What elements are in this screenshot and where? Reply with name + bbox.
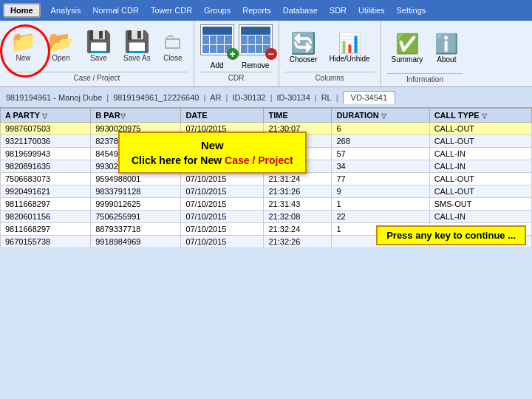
table-row[interactable]: 9811668297999901262507/10/201521:31:431S… [1,198,532,211]
menu-settings[interactable]: Settings [391,3,432,18]
table-cell: CALL-OUT [429,123,531,135]
col-duration[interactable]: DURATION ▽ [332,109,429,123]
menu-normal-cdr[interactable]: Normal CDR [87,3,145,18]
save-button[interactable]: 💾 Save [81,29,116,65]
table-cell: 9820601156 [1,211,91,223]
table-cell: 9987607503 [1,123,91,135]
menu-reports[interactable]: Reports [236,3,277,18]
menu-tower-cdr[interactable]: Tower CDR [145,3,198,18]
chooser-button[interactable]: 🔄 Chooser [285,28,322,66]
remove-cdr-button[interactable]: − Remove [239,24,273,69]
cdr-group-label: CDR [200,72,273,83]
menu-home[interactable]: Home [3,3,41,18]
table-cell: 9 [332,185,429,198]
hide-label: Hide/Unhide [330,55,370,63]
table-header-row: A PARTY ▽ B PAR▽ DATE TIME DURATION ▽ CA… [1,109,532,123]
table-row[interactable]: 9820601156750625599107/10/201521:32:0822… [1,211,532,223]
table-cell: 07/10/2015 [181,236,264,248]
breadcrumb-4: ID-30134 [277,93,310,102]
table-cell: 9594988001 [91,173,181,185]
table-cell: 9999012625 [91,198,181,211]
save-button-label: Save [90,54,107,62]
table-cell: 9820891635 [1,160,91,173]
data-table-container: New Click here for New Case / Project A … [0,108,532,248]
table-cell: 77 [332,173,429,185]
case-project-group-label: Case / Project [6,72,188,83]
new-button[interactable]: 📁 New [6,29,41,65]
summary-button[interactable]: ✅ Summary [387,30,428,66]
tooltip-body: Click here for New Case / Project [132,154,293,166]
table-cell: 21:32:26 [264,236,332,248]
table-cell: 57 [332,148,429,160]
add-button-label: Add [211,61,224,69]
table-cell: 9833791128 [91,185,181,198]
table-cell: 268 [332,135,429,148]
tooltip-body-highlight: Case / Project [225,154,293,166]
breadcrumb-tab-vd[interactable]: VD-34541 [343,91,396,104]
ribbon-group-case-project: 📁 New 📂 Open 💾 Save 💾 Save As 🗀 Close Ca [0,21,194,86]
table-row[interactable]: 9920491621983379112807/10/201521:31:269C… [1,185,532,198]
save-as-button-label: Save As [123,54,151,62]
col-time[interactable]: TIME [264,109,332,123]
columns-group-label: Columns [285,72,375,83]
summary-label: Summary [392,55,423,64]
remove-button-label: Remove [242,61,269,69]
table-cell: 07/10/2015 [181,211,264,223]
duration-filter-icon[interactable]: ▽ [381,112,386,120]
breadcrumb-bar: 9819194961 - Manoj Dube | 9819194961_122… [0,87,532,108]
breadcrumb-3: ID-30132 [232,93,265,102]
col-date[interactable]: DATE [181,109,264,123]
add-cdr-button[interactable]: + Add [200,24,234,69]
breadcrumb-5: RL [321,93,332,102]
about-label: About [437,55,456,64]
menu-groups[interactable]: Groups [198,3,236,18]
tooltip-title: New [132,139,293,151]
a-party-filter-icon[interactable]: ▽ [42,112,47,120]
table-cell: 1 [332,198,429,211]
ribbon-group-cdr: + Add − Remove CDR [194,21,279,86]
hide-icon: 📊 [338,32,361,55]
table-cell: CALL-IN [429,148,531,160]
col-b-party[interactable]: B PAR▽ [91,109,181,123]
close-button-label: Close [163,54,183,62]
table-cell: 22 [332,211,429,223]
new-folder-icon: 📁 [10,32,36,52]
table-cell: 8879337718 [91,223,181,236]
chooser-label: Chooser [290,55,318,64]
table-cell: CALL-IN [429,211,531,223]
open-button-label: Open [52,54,69,62]
call-type-filter-icon[interactable]: ▽ [482,112,487,120]
ribbon: 📁 New 📂 Open 💾 Save 💾 Save As 🗀 Close Ca [0,21,532,87]
save-icon: 💾 [86,32,112,52]
col-a-party[interactable]: A PARTY ▽ [1,109,91,123]
table-cell: 07/10/2015 [181,173,264,185]
tooltip-body-prefix: Click here for New [132,154,225,166]
menu-utilities[interactable]: Utilities [352,3,390,18]
hide-unhide-button[interactable]: 📊 Hide/Unhide [325,29,375,66]
table-cell: 9819699943 [1,148,91,160]
table-cell: 21:31:43 [264,198,332,211]
save-as-button[interactable]: 💾 Save As [119,29,155,65]
table-cell: 07/10/2015 [181,223,264,236]
table-cell: 21:31:24 [264,173,332,185]
information-group-label: Information [387,73,463,83]
table-cell: SMS-OUT [429,198,531,211]
chooser-icon: 🔄 [290,31,316,55]
menu-analysis[interactable]: Analysis [45,3,87,18]
table-cell: 21:32:24 [264,223,332,236]
b-party-filter-icon[interactable]: ▽ [120,112,126,120]
close-button[interactable]: 🗀 Close [158,29,188,65]
menu-sdr[interactable]: SDR [324,3,352,18]
menu-database[interactable]: Database [277,3,324,18]
breadcrumb-2: AR [210,93,221,102]
table-row[interactable]: 7506683073959498800107/10/201521:31:2477… [1,173,532,185]
tooltip-popup: New Click here for New Case / Project [118,132,307,174]
about-button[interactable]: ℹ️ About [430,30,463,66]
about-icon: ℹ️ [434,33,458,55]
open-button[interactable]: 📂 Open [44,29,78,65]
table-cell: CALL-OUT [429,185,531,198]
table-cell: CALL-IN [429,160,531,173]
table-cell: CALL-OUT [429,173,531,185]
ribbon-group-columns: 🔄 Chooser 📊 Hide/Unhide Columns [279,21,381,86]
col-call-type[interactable]: CALL TYPE ▽ [429,109,531,123]
